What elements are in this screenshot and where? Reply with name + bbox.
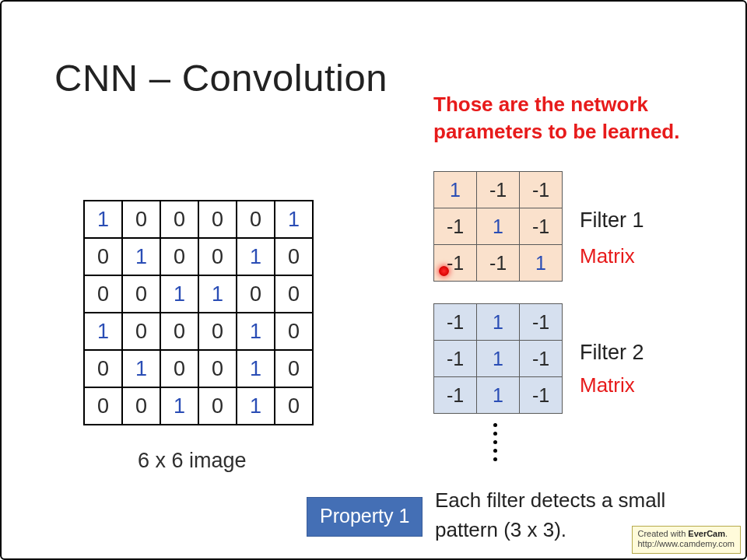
input-image-grid: 100001010010001100100010010010001010 bbox=[83, 200, 314, 425]
image-cell: 0 bbox=[237, 201, 275, 238]
filter-cell: -1 bbox=[520, 304, 563, 341]
image-cell: 1 bbox=[237, 350, 275, 387]
image-cell: 0 bbox=[122, 387, 160, 425]
filter-2-sublabel: Matrix bbox=[580, 373, 635, 397]
image-cell: 0 bbox=[275, 238, 313, 275]
image-cell: 1 bbox=[84, 313, 122, 350]
property-1-badge: Property 1 bbox=[307, 497, 423, 537]
image-cell: 1 bbox=[160, 387, 198, 425]
image-cell: 0 bbox=[160, 313, 198, 350]
image-cell: 0 bbox=[84, 387, 122, 425]
filter-2-label: Filter 2 bbox=[580, 341, 644, 365]
filter-cell: -1 bbox=[434, 341, 477, 377]
laser-pointer-icon bbox=[439, 266, 449, 276]
ellipsis-dots-icon bbox=[493, 423, 497, 461]
image-cell: 0 bbox=[198, 387, 237, 425]
filter-2-matrix: -11-1-11-1-11-1 bbox=[433, 303, 563, 414]
watermark-line2: http://www.camdemy.com bbox=[638, 539, 735, 548]
watermark-line1-post: . bbox=[725, 529, 728, 538]
image-cell: 0 bbox=[275, 387, 313, 425]
slide-title: CNN – Convolution bbox=[54, 56, 388, 100]
image-cell: 1 bbox=[122, 238, 160, 275]
filter-1-matrix: 1-1-1-11-1-1-11 bbox=[433, 171, 563, 282]
image-cell: 0 bbox=[237, 275, 275, 313]
image-cell: 0 bbox=[122, 275, 160, 313]
filter-cell: 1 bbox=[477, 377, 520, 414]
filter-1-sublabel: Matrix bbox=[580, 244, 635, 268]
image-cell: 1 bbox=[237, 313, 275, 350]
image-cell: 0 bbox=[275, 275, 313, 313]
watermark-line1-bold: EverCam bbox=[688, 529, 725, 538]
filter-cell: 1 bbox=[477, 208, 520, 245]
filter-cell: -1 bbox=[434, 208, 477, 245]
filter-cell: -1 bbox=[434, 377, 477, 414]
image-cell: 0 bbox=[198, 238, 237, 275]
filter-cell: -1 bbox=[477, 172, 520, 208]
evercam-watermark: Created with EverCam. http://www.camdemy… bbox=[632, 526, 742, 555]
image-cell: 1 bbox=[198, 275, 237, 313]
image-cell: 0 bbox=[84, 238, 122, 275]
filter-cell: -1 bbox=[434, 245, 477, 282]
image-cell: 1 bbox=[237, 238, 275, 275]
image-cell: 1 bbox=[275, 201, 313, 238]
image-cell: 0 bbox=[160, 238, 198, 275]
image-cell: 0 bbox=[84, 275, 122, 313]
filter-cell: -1 bbox=[520, 377, 563, 414]
filter-cell: -1 bbox=[477, 245, 520, 282]
image-cell: 1 bbox=[84, 201, 122, 238]
image-cell: 0 bbox=[160, 350, 198, 387]
filter-cell: 1 bbox=[477, 341, 520, 377]
image-cell: 0 bbox=[160, 201, 198, 238]
image-cell: 0 bbox=[122, 313, 160, 350]
filter-cell: 1 bbox=[434, 172, 477, 208]
image-cell: 1 bbox=[160, 275, 198, 313]
parameters-note: Those are the network parameters to be l… bbox=[433, 91, 729, 145]
filter-cell: -1 bbox=[520, 341, 563, 377]
image-cell: 0 bbox=[198, 313, 237, 350]
filter-cell: -1 bbox=[520, 172, 563, 208]
image-cell: 0 bbox=[275, 313, 313, 350]
image-cell: 0 bbox=[84, 350, 122, 387]
watermark-line1-pre: Created with bbox=[638, 529, 689, 538]
filter-cell: 1 bbox=[477, 304, 520, 341]
filter-cell: -1 bbox=[520, 208, 563, 245]
input-image-caption: 6 x 6 image bbox=[138, 449, 247, 473]
filter-cell: -1 bbox=[434, 304, 477, 341]
filter-cell: 1 bbox=[520, 245, 563, 282]
image-cell: 1 bbox=[122, 350, 160, 387]
filter-1-label: Filter 1 bbox=[580, 208, 644, 233]
image-cell: 0 bbox=[198, 350, 237, 387]
image-cell: 1 bbox=[237, 387, 275, 425]
image-cell: 0 bbox=[198, 201, 237, 238]
image-cell: 0 bbox=[122, 201, 160, 238]
image-cell: 0 bbox=[275, 350, 313, 387]
